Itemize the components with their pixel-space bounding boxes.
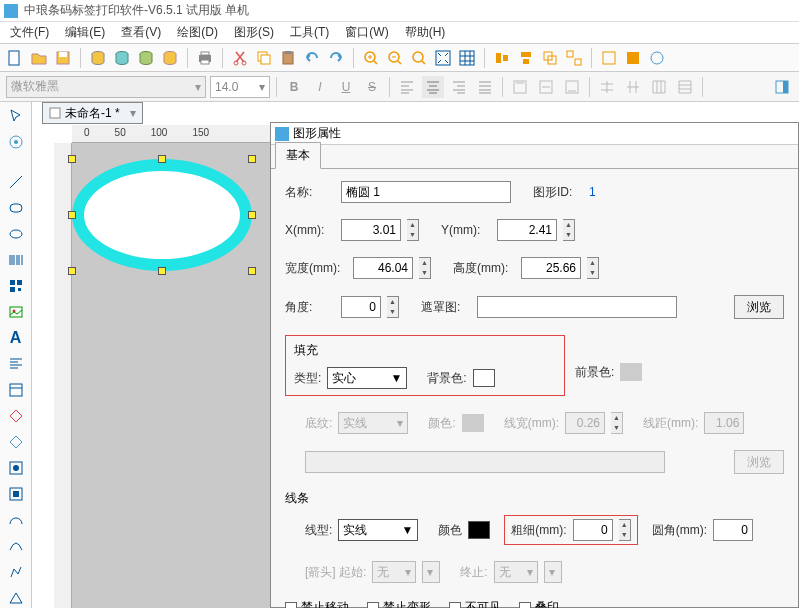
barcode-tool-icon[interactable] [6, 250, 26, 270]
open-icon[interactable] [30, 49, 48, 67]
group-icon[interactable] [541, 49, 559, 67]
tool4-icon[interactable] [6, 458, 26, 478]
hidden-checkbox[interactable]: 不可见 [449, 599, 501, 608]
overprint-checkbox[interactable]: 叠印 [519, 599, 559, 608]
x-input[interactable] [341, 219, 401, 241]
selected-ellipse[interactable] [72, 159, 252, 271]
y-spinner[interactable]: ▲▼ [563, 219, 575, 241]
strike-button[interactable]: S [361, 76, 383, 98]
angle-spinner[interactable]: ▲▼ [387, 296, 399, 318]
align2-icon[interactable] [517, 49, 535, 67]
linetype-combo[interactable]: 实线▼ [338, 519, 418, 541]
bold-button[interactable]: B [283, 76, 305, 98]
db-icon[interactable] [89, 49, 107, 67]
qr-tool-icon[interactable] [6, 276, 26, 296]
undo-icon[interactable] [303, 49, 321, 67]
richtext-tool-icon[interactable] [6, 354, 26, 374]
lock-checkbox[interactable]: 禁止移动 [285, 599, 349, 608]
menu-tool[interactable]: 工具(T) [284, 22, 335, 43]
db4-icon[interactable] [161, 49, 179, 67]
db2-icon[interactable] [113, 49, 131, 67]
font-combo[interactable]: 微软雅黑▾ [6, 76, 206, 98]
size-combo[interactable]: 14.0▾ [210, 76, 270, 98]
tool5-icon[interactable] [6, 484, 26, 504]
db3-icon[interactable] [137, 49, 155, 67]
tool3-icon[interactable] [6, 432, 26, 452]
linecolor-label: 颜色 [438, 522, 462, 539]
tab-basic[interactable]: 基本 [275, 142, 321, 169]
linecolor-swatch[interactable] [468, 521, 490, 539]
paste-icon[interactable] [279, 49, 297, 67]
bgcolor-swatch[interactable] [473, 369, 495, 387]
select-tool-icon[interactable] [6, 106, 26, 126]
thick-input[interactable] [573, 519, 613, 541]
browse-button[interactable]: 浏览 [734, 295, 784, 319]
fgcolor-swatch[interactable] [620, 363, 642, 381]
menu-help[interactable]: 帮助(H) [399, 22, 452, 43]
menu-shape[interactable]: 图形(S) [228, 22, 280, 43]
align-justify-icon[interactable] [474, 76, 496, 98]
panel-toggle-icon[interactable] [771, 76, 793, 98]
h-spinner[interactable]: ▲▼ [587, 257, 599, 279]
poly-tool-icon[interactable] [6, 562, 26, 582]
menu-view[interactable]: 查看(V) [115, 22, 167, 43]
valign3-icon[interactable] [561, 76, 583, 98]
mask-input[interactable] [477, 296, 677, 318]
zoom100-icon[interactable] [410, 49, 428, 67]
noresize-checkbox[interactable]: 禁止变形 [367, 599, 431, 608]
cut-icon[interactable] [231, 49, 249, 67]
spacing2-icon[interactable] [622, 76, 644, 98]
more1-icon[interactable] [600, 49, 618, 67]
redo-icon[interactable] [327, 49, 345, 67]
doc-close-icon[interactable]: ▾ [130, 106, 136, 120]
curve-tool-icon[interactable] [6, 536, 26, 556]
zoomout-icon[interactable] [386, 49, 404, 67]
zoomin-icon[interactable] [362, 49, 380, 67]
save-icon[interactable] [54, 49, 72, 67]
italic-button[interactable]: I [309, 76, 331, 98]
print-icon[interactable] [196, 49, 214, 67]
filltype-combo[interactable]: 实心▼ [327, 367, 407, 389]
align1-icon[interactable] [493, 49, 511, 67]
tool1-icon[interactable] [6, 380, 26, 400]
h-input[interactable] [521, 257, 581, 279]
rect-tool-icon[interactable] [6, 198, 26, 218]
align-left-icon[interactable] [396, 76, 418, 98]
align-center-icon[interactable] [422, 76, 444, 98]
menu-draw[interactable]: 绘图(D) [171, 22, 224, 43]
w-spinner[interactable]: ▲▼ [419, 257, 431, 279]
name-input[interactable] [341, 181, 511, 203]
menu-file[interactable]: 文件(F) [4, 22, 55, 43]
spacing1-icon[interactable] [596, 76, 618, 98]
thick-spinner[interactable]: ▲▼ [619, 519, 631, 541]
valign2-icon[interactable] [535, 76, 557, 98]
more3-icon[interactable] [648, 49, 666, 67]
ellipse-tool-icon[interactable] [6, 224, 26, 244]
new-icon[interactable] [6, 49, 24, 67]
radius-input[interactable] [713, 519, 753, 541]
hand-tool-icon[interactable] [6, 132, 26, 152]
document-tab[interactable]: 未命名-1 * ▾ [42, 102, 143, 124]
x-spinner[interactable]: ▲▼ [407, 219, 419, 241]
menu-window[interactable]: 窗口(W) [339, 22, 394, 43]
text-tool-icon[interactable]: A [6, 328, 26, 348]
angle-input[interactable] [341, 296, 381, 318]
spacing3-icon[interactable] [648, 76, 670, 98]
spacing4-icon[interactable] [674, 76, 696, 98]
w-input[interactable] [353, 257, 413, 279]
arc-tool-icon[interactable] [6, 510, 26, 530]
tool2-icon[interactable] [6, 406, 26, 426]
grid-icon[interactable] [458, 49, 476, 67]
y-input[interactable] [497, 219, 557, 241]
copy-icon[interactable] [255, 49, 273, 67]
underline-button[interactable]: U [335, 76, 357, 98]
image-tool-icon[interactable] [6, 302, 26, 322]
line-tool-icon[interactable] [6, 172, 26, 192]
align-right-icon[interactable] [448, 76, 470, 98]
tri-tool-icon[interactable] [6, 588, 26, 608]
more2-icon[interactable] [624, 49, 642, 67]
menu-edit[interactable]: 编辑(E) [59, 22, 111, 43]
valign1-icon[interactable] [509, 76, 531, 98]
ungroup-icon[interactable] [565, 49, 583, 67]
fit-icon[interactable] [434, 49, 452, 67]
